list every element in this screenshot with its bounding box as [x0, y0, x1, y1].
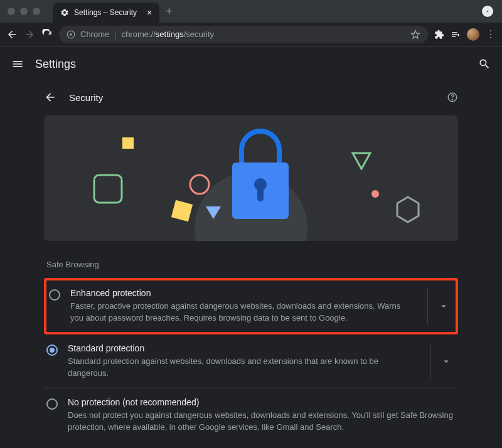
option-title: Enhanced protection: [70, 288, 412, 298]
menu-hamburger-icon[interactable]: [11, 58, 24, 70]
browser-toolbar: Chrome | chrome://settings/security ⋮: [0, 23, 502, 46]
reload-icon[interactable]: [41, 29, 53, 40]
menu-icon[interactable]: ⋮: [486, 28, 496, 40]
url-path: /security: [184, 29, 214, 39]
option-enhanced-protection[interactable]: Enhanced protection Faster, proactive pr…: [44, 278, 458, 334]
close-window[interactable]: [8, 8, 15, 15]
profile-avatar[interactable]: [467, 28, 479, 41]
option-no-protection[interactable]: No protection (not recommended) Does not…: [44, 388, 458, 442]
radio-none[interactable]: [46, 398, 58, 410]
option-standard-protection[interactable]: Standard protection Standard protection …: [44, 334, 458, 389]
option-title: Standard protection: [68, 343, 415, 353]
svg-marker-12: [353, 153, 370, 169]
url-scheme: chrome://: [122, 29, 156, 39]
option-desc: Standard protection against websites, do…: [68, 356, 415, 380]
page-title: Security: [69, 92, 103, 103]
settings-app-header: Settings: [0, 46, 502, 82]
tab-search-icon[interactable]: [482, 6, 493, 17]
option-desc: Does not protect you against dangerous w…: [68, 410, 454, 434]
maximize-window[interactable]: [33, 8, 40, 15]
search-icon[interactable]: [478, 58, 491, 70]
browser-tab[interactable]: Settings – Security ×: [53, 3, 159, 23]
window-controls: [8, 8, 40, 15]
svg-rect-15: [122, 137, 134, 149]
site-info-icon[interactable]: [67, 30, 75, 39]
tab-title: Settings – Security: [74, 8, 137, 17]
url-prefix: Chrome: [80, 29, 109, 39]
option-title: No protection (not recommended): [68, 397, 454, 407]
url-host: settings: [156, 29, 184, 39]
radio-standard[interactable]: [46, 344, 58, 356]
security-header: Security: [44, 82, 458, 113]
svg-rect-8: [94, 175, 122, 203]
extensions-icon[interactable]: [434, 29, 444, 40]
option-desc: Faster, proactive protection against dan…: [70, 301, 412, 324]
help-icon[interactable]: [447, 92, 458, 103]
svg-marker-14: [397, 197, 419, 222]
chevron-down-icon[interactable]: [427, 288, 452, 324]
gear-icon: [60, 8, 69, 17]
back-arrow-icon[interactable]: [44, 91, 56, 104]
window-titlebar: Settings – Security × +: [0, 0, 502, 23]
minimize-window[interactable]: [20, 8, 28, 15]
section-label: Safe Browsing: [46, 260, 458, 269]
hero-illustration: [44, 115, 458, 241]
new-tab-button[interactable]: +: [166, 5, 173, 18]
settings-title: Settings: [35, 58, 76, 71]
svg-rect-7: [257, 188, 264, 201]
reading-list-icon[interactable]: [451, 29, 461, 40]
svg-rect-10: [171, 200, 193, 221]
forward-icon[interactable]: [24, 29, 35, 40]
svg-point-3: [452, 99, 452, 100]
radio-enhanced[interactable]: [49, 289, 60, 301]
close-tab-icon[interactable]: ×: [147, 8, 152, 18]
chevron-down-icon[interactable]: [430, 343, 454, 380]
svg-point-9: [190, 175, 209, 194]
back-icon[interactable]: [6, 29, 18, 40]
address-bar[interactable]: Chrome | chrome://settings/security: [59, 26, 428, 43]
settings-content: Security Safe Browsing Enhanced protecti…: [0, 82, 502, 442]
svg-point-13: [371, 190, 379, 198]
bookmark-icon[interactable]: [410, 29, 420, 40]
svg-point-1: [70, 33, 72, 36]
